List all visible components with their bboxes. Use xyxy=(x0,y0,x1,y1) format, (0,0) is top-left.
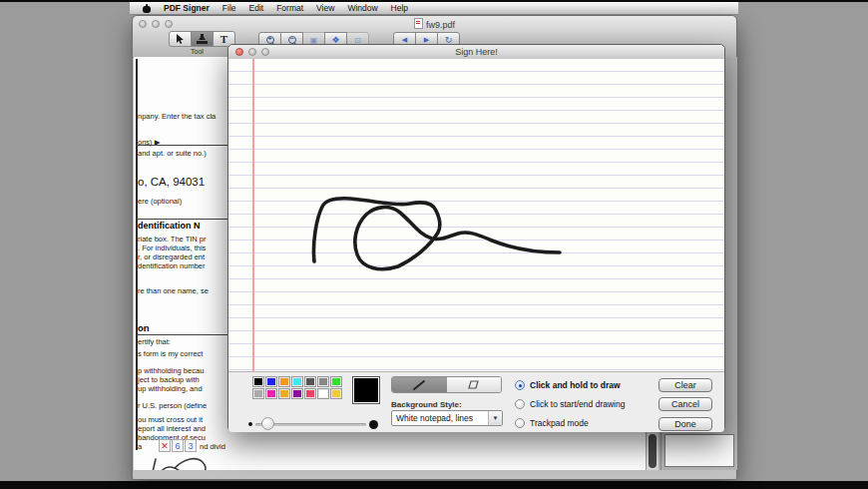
menu-item-help[interactable]: Help xyxy=(391,3,408,13)
pdf-text-line: ject to backup with xyxy=(138,375,229,384)
menu-item-view[interactable]: View xyxy=(316,3,334,13)
tool-group: T xyxy=(169,31,235,47)
dialog-controls: Background Style: White notepad, lines ▼… xyxy=(228,371,724,432)
cancel-button[interactable]: Cancel xyxy=(658,397,712,411)
color-swatch[interactable] xyxy=(330,388,342,399)
zoom-out-icon: − xyxy=(288,36,296,44)
pdf-text-line: dentification N xyxy=(138,221,229,231)
dialog-title: Sign Here! xyxy=(228,47,724,57)
background-style-value: White notepad, lines xyxy=(392,413,488,423)
pdf-text-line: ere (optional) xyxy=(138,197,229,206)
pen-eraser-control xyxy=(391,376,502,393)
radio-row-startend[interactable]: Click to start/end drawing xyxy=(515,399,625,409)
pdf-text-line: npany. Enter the tax cla xyxy=(138,112,229,121)
pdf-text-line: up withholding, and xyxy=(138,384,229,393)
clear-button[interactable]: Clear xyxy=(658,378,712,392)
stamp-tool-button[interactable] xyxy=(191,31,214,47)
slider-thumb[interactable] xyxy=(261,417,274,430)
zoom-in-icon: + xyxy=(266,36,274,44)
pdf-text-line: on xyxy=(138,322,229,333)
color-swatch[interactable] xyxy=(291,388,303,399)
form-rule xyxy=(137,219,229,220)
color-swatch[interactable] xyxy=(252,388,264,399)
menu-item-edit[interactable]: Edit xyxy=(249,3,264,13)
radio-row-hold[interactable]: Click and hold to draw xyxy=(515,380,621,390)
radio-trackpad-mode[interactable] xyxy=(515,418,525,428)
radio-start-end-drawing[interactable] xyxy=(515,399,525,409)
done-button[interactable]: Done xyxy=(658,417,712,431)
background-style-dropdown[interactable]: White notepad, lines ▼ xyxy=(391,410,503,426)
pdf-doc-icon xyxy=(414,18,423,29)
background-style-label: Background Style: xyxy=(391,400,462,409)
pdf-text-fragment: nd divid xyxy=(200,442,225,451)
stamp-icon xyxy=(196,34,209,45)
apple-menu-icon[interactable] xyxy=(143,4,151,13)
pdf-text-line: r, or disregarded ent xyxy=(138,252,229,261)
dropdown-arrow-icon: ▼ xyxy=(488,411,502,425)
radio-hold-to-draw[interactable] xyxy=(515,380,525,390)
pdf-text-line: o, CA, 94031 xyxy=(138,176,229,188)
signature-canvas[interactable] xyxy=(228,59,724,371)
signature-stroke xyxy=(313,199,560,269)
current-color-swatch[interactable] xyxy=(352,376,380,404)
prev-page-icon: ◀ xyxy=(402,36,407,44)
pdf-text-line: r U.S. person (define xyxy=(138,401,229,410)
screen: PDF Signer FileEditFormatViewWindowHelp … xyxy=(0,0,868,489)
color-swatch[interactable] xyxy=(330,376,342,387)
pdf-signature-scribble xyxy=(135,456,514,470)
pdf-text-line: eport all interest and xyxy=(138,424,229,433)
bottom-black-bar xyxy=(0,481,868,489)
annotation-box[interactable]: 6 xyxy=(172,439,184,452)
small-size-dot xyxy=(248,422,252,426)
color-swatch[interactable] xyxy=(278,388,290,399)
pdf-text-line: re than one name, se xyxy=(138,286,229,295)
pen-size-slider[interactable] xyxy=(248,417,378,431)
menu-bar: PDF Signer FileEditFormatViewWindowHelp xyxy=(130,2,738,15)
sign-here-dialog: Sign Here! xyxy=(227,44,725,431)
form-rule xyxy=(137,334,229,335)
pdf-left-column: npany. Enter the tax claons) ▶and apt. o… xyxy=(137,57,229,470)
app-menu[interactable]: PDF Signer xyxy=(164,3,210,13)
eraser-segment[interactable] xyxy=(447,377,502,392)
eraser-icon xyxy=(467,380,481,389)
arrow-cursor-icon xyxy=(176,34,185,45)
annotation-box[interactable]: 3 xyxy=(185,439,197,452)
color-swatch[interactable] xyxy=(304,388,316,399)
color-swatch[interactable] xyxy=(265,376,277,387)
color-swatch[interactable] xyxy=(278,376,290,387)
color-swatch[interactable] xyxy=(317,376,329,387)
pdf-text-line: riate box. The TIN pr xyxy=(138,235,229,244)
form-rule xyxy=(137,145,229,146)
window-title: fw9.pdf xyxy=(133,18,736,30)
page-thumbnail[interactable] xyxy=(664,434,734,467)
menu-item-format[interactable]: Format xyxy=(276,3,303,13)
menu-item-window[interactable]: Window xyxy=(347,3,377,13)
pdf-annotation-boxes: ✕63 xyxy=(159,439,197,452)
color-swatch[interactable] xyxy=(317,388,329,399)
pdf-text-line: p withholding becau xyxy=(138,366,229,375)
pen-icon xyxy=(412,380,426,390)
color-swatch[interactable] xyxy=(265,388,277,399)
pdf-text-line: and apt. or suite no.) xyxy=(138,149,229,158)
vertical-scrollbar-thumb[interactable] xyxy=(649,434,656,468)
pdf-text-line: dentification number xyxy=(138,261,229,270)
pdf-text-line: s form is my correct xyxy=(138,349,229,358)
large-size-dot xyxy=(369,420,378,429)
pdf-text-line: ou must cross out it xyxy=(138,415,229,424)
color-swatch[interactable] xyxy=(291,376,303,387)
pen-segment[interactable] xyxy=(392,377,447,392)
arrow-tool-button[interactable] xyxy=(169,31,192,47)
annotation-box[interactable]: ✕ xyxy=(159,439,171,452)
tool-caption: Tool xyxy=(191,48,204,55)
signature-drawing xyxy=(228,59,724,371)
color-swatch[interactable] xyxy=(252,376,264,387)
pdf-text-line: . For individuals, this xyxy=(138,244,229,252)
next-page-icon: ▶ xyxy=(424,36,429,44)
radio-row-trackpad[interactable]: Trackpad mode xyxy=(515,418,589,428)
menu-item-file[interactable]: File xyxy=(222,3,236,13)
color-palette xyxy=(252,376,351,400)
pdf-text-line: ertify that: xyxy=(138,337,229,346)
menu-items: FileEditFormatViewWindowHelp xyxy=(222,3,408,13)
dialog-header: Sign Here! xyxy=(228,45,724,60)
color-swatch[interactable] xyxy=(304,376,316,387)
